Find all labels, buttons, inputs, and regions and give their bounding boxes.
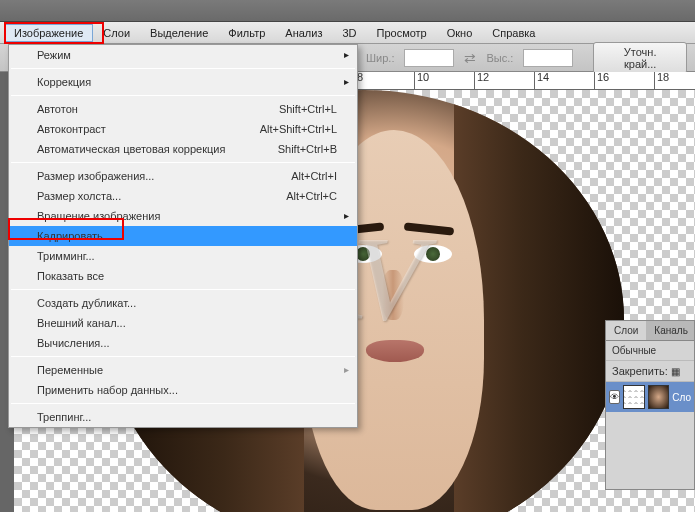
menu-image[interactable]: Изображение [4,24,93,42]
menu-apply-dataset: Применить набор данных... [9,380,357,400]
menu-autocolor[interactable]: Автоматическая цветовая коррекцияShift+C… [9,139,357,159]
menu-crop[interactable]: Кадрировать [9,226,357,246]
tab-channels[interactable]: Каналь [646,321,695,340]
menu-apply-image[interactable]: Внешний канал... [9,313,357,333]
width-label: Шир.: [366,52,394,64]
title-bar [0,0,695,22]
swap-icon[interactable]: ⇄ [464,50,476,66]
layer-item[interactable]: 👁 Сло [606,382,694,412]
menu-duplicate[interactable]: Создать дубликат... [9,293,357,313]
refine-edge-button[interactable]: Уточн. край... [593,42,687,74]
layers-panel: Слои Каналь Обычные Закрепить: ▦ 👁 Сло [605,320,695,490]
height-label: Выс.: [486,52,513,64]
menu-variables: Переменные [9,360,357,380]
menu-help[interactable]: Справка [482,24,545,42]
image-menu-dropdown: Режим Коррекция АвтотонShift+Ctrl+L Авто… [8,44,358,428]
menu-window[interactable]: Окно [437,24,483,42]
menu-filter[interactable]: Фильтр [218,24,275,42]
menu-trim[interactable]: Тримминг... [9,246,357,266]
menu-layers[interactable]: Слои [93,24,140,42]
menu-3d[interactable]: 3D [332,24,366,42]
lock-row: Закрепить: ▦ [606,361,694,382]
menu-trapping: Треппинг... [9,407,357,427]
menu-canvas-size[interactable]: Размер холста...Alt+Ctrl+C [9,186,357,206]
menu-bar: Изображение Слои Выделение Фильтр Анализ… [0,22,695,44]
menu-mode[interactable]: Режим [9,45,357,65]
layer-thumb[interactable] [648,385,670,409]
menu-calculations[interactable]: Вычисления... [9,333,357,353]
menu-select[interactable]: Выделение [140,24,218,42]
layer-mask-thumb[interactable] [623,385,645,409]
visibility-icon[interactable]: 👁 [609,390,620,404]
menu-analysis[interactable]: Анализ [275,24,332,42]
menu-autocontrast[interactable]: АвтоконтрастAlt+Shift+Ctrl+L [9,119,357,139]
menu-image-size[interactable]: Размер изображения...Alt+Ctrl+I [9,166,357,186]
layer-name: Сло [672,392,691,403]
menu-reveal-all[interactable]: Показать все [9,266,357,286]
width-input[interactable] [404,49,454,67]
menu-view[interactable]: Просмотр [367,24,437,42]
menu-autotone[interactable]: АвтотонShift+Ctrl+L [9,99,357,119]
tab-layers[interactable]: Слои [606,321,646,340]
blend-mode-select[interactable]: Обычные [606,341,694,361]
menu-rotate[interactable]: Вращение изображения [9,206,357,226]
height-input[interactable] [523,49,573,67]
menu-correction[interactable]: Коррекция [9,72,357,92]
